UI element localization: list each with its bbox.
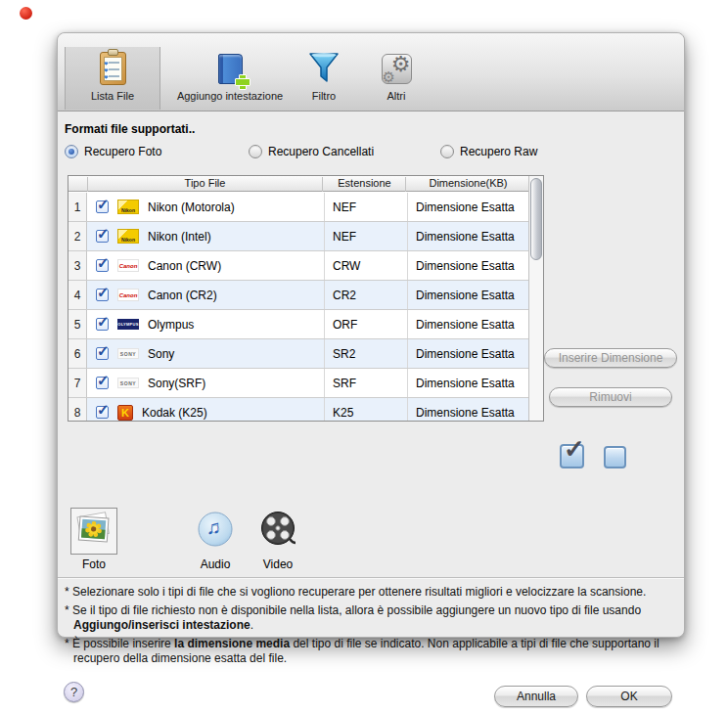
file-types-table: Tipo File Estensione Dimensione(KB) 1 ✓ … xyxy=(68,175,544,422)
tab-audio[interactable]: ♫ Audio xyxy=(192,508,239,571)
checkmark-icon: ✓ xyxy=(97,284,110,301)
media-tabs: Foto xyxy=(58,504,684,572)
file-type-name: Kodak (K25) xyxy=(142,406,207,420)
brand-logo-icon: Nikon xyxy=(117,229,139,244)
header-estensione[interactable]: Estensione xyxy=(324,177,406,192)
row-checkbox[interactable]: ✓ xyxy=(96,377,109,389)
table-row[interactable]: 7 ✓ SONY Sony(SRF) SRF Dimensione Esatta xyxy=(68,369,528,398)
checkmark-icon: ✓ xyxy=(564,434,585,465)
size-cell: Dimensione Esatta xyxy=(407,339,529,368)
inserire-dimensione-button[interactable]: Inserire Dimensione xyxy=(544,348,677,368)
tab-foto[interactable]: Foto xyxy=(70,508,117,571)
table-row[interactable]: 1 ✓ Nikon Nikon (Motorola) NEF Dimension… xyxy=(68,193,528,222)
radio-label: Recupero Raw xyxy=(460,145,537,158)
scrollbar-thumb[interactable] xyxy=(530,178,542,260)
table-row[interactable]: 2 ✓ Nikon Nikon (Intel) NEF Dimensione E… xyxy=(68,222,528,251)
brand-logo-icon: Canon xyxy=(117,259,139,272)
toolbar-item-altri[interactable]: ⚙⚙ Altri xyxy=(371,47,422,110)
toolbar-item-filtro[interactable]: Filtro xyxy=(297,47,350,110)
header-tipo-file[interactable]: Tipo File xyxy=(87,177,323,192)
row-number: 7 xyxy=(68,369,87,397)
toolbar-item-label: Lista File xyxy=(91,90,134,102)
section-title: Formati file supportati.. xyxy=(65,122,195,136)
row-number: 6 xyxy=(68,339,87,368)
extension-cell: ORF xyxy=(324,310,406,338)
tab-label: Audio xyxy=(201,557,231,571)
row-checkbox[interactable]: ✓ xyxy=(96,406,109,419)
deselect-all-checkbox[interactable] xyxy=(604,446,626,468)
select-all-checkbox[interactable]: ✓ xyxy=(560,444,584,468)
brand-logo-icon: SONY xyxy=(117,378,139,388)
brand-logo-icon: OLYMPUS xyxy=(117,319,139,330)
file-type-name: Canon (CRW) xyxy=(148,259,221,273)
footnote-1: * Selezionare solo i tipi di file che si… xyxy=(65,585,683,601)
radio-recupero-foto[interactable]: Recupero Foto xyxy=(65,145,161,158)
toolbar: Lista File Aggiungo intestazione xyxy=(58,33,684,111)
row-checkbox[interactable]: ✓ xyxy=(96,318,109,331)
brand-logo-icon: Canon xyxy=(117,289,139,301)
row-number: 2 xyxy=(68,222,87,250)
toolbar-item-label: Filtro xyxy=(312,90,336,102)
dialog-window: Lista File Aggiungo intestazione xyxy=(57,32,685,638)
book-add-icon xyxy=(218,49,243,88)
row-number: 4 xyxy=(68,281,87,309)
size-cell: Dimensione Esatta xyxy=(407,251,529,280)
film-reel-icon xyxy=(257,509,298,554)
ok-button[interactable]: OK xyxy=(586,686,672,707)
table-row[interactable]: 4 ✓ Canon Canon (CR2) CR2 Dimensione Esa… xyxy=(68,281,528,310)
rimuovi-button[interactable]: Rimuovi xyxy=(549,387,672,407)
brand-logo-icon: SONY xyxy=(117,348,139,359)
row-checkbox[interactable]: ✓ xyxy=(96,289,109,301)
row-checkbox[interactable]: ✓ xyxy=(96,201,109,213)
content-area: Formati file supportati.. Recupero Foto … xyxy=(58,112,684,637)
extension-cell: SRF xyxy=(324,369,406,397)
checkmark-icon: ✓ xyxy=(97,196,110,213)
file-type-name: Nikon (Motorola) xyxy=(148,201,235,214)
gears-icon: ⚙⚙ xyxy=(382,49,412,88)
help-button[interactable]: ? xyxy=(64,682,84,702)
file-type-name: Nikon (Intel) xyxy=(148,230,211,244)
table-scrollbar[interactable] xyxy=(528,176,543,421)
table-row[interactable]: 8 ✓ K Kodak (K25) K25 Dimensione Esatta xyxy=(68,398,528,422)
tab-label: Foto xyxy=(82,557,106,571)
tab-video[interactable]: Video xyxy=(254,508,301,571)
radio-recupero-cancellati[interactable]: Recupero Cancellati xyxy=(249,145,374,158)
radio-dot-icon xyxy=(249,145,262,158)
row-number: 3 xyxy=(68,251,87,280)
toolbar-item-lista-file[interactable]: Lista File xyxy=(65,47,160,110)
brand-logo-icon: K xyxy=(117,405,133,421)
toolbar-item-label: Aggiungo intestazione xyxy=(177,90,283,102)
header-dimensione[interactable]: Dimensione(KB) xyxy=(407,177,529,192)
row-number: 5 xyxy=(68,310,87,338)
size-cell: Dimensione Esatta xyxy=(407,281,529,309)
photo-icon xyxy=(72,508,115,555)
brand-logo-icon: Nikon xyxy=(117,200,139,214)
file-type-name: Sony(SRF) xyxy=(148,377,205,390)
table-header: Tipo File Estensione Dimensione(KB) xyxy=(68,176,543,192)
size-cell: Dimensione Esatta xyxy=(407,193,529,221)
table-row[interactable]: 5 ✓ OLYMPUS Olympus ORF Dimensione Esatt… xyxy=(68,310,528,339)
radio-label: Recupero Cancellati xyxy=(268,145,374,158)
table-row[interactable]: 3 ✓ Canon Canon (CRW) CRW Dimensione Esa… xyxy=(68,251,528,281)
red-dot-icon xyxy=(20,7,32,20)
file-type-name: Olympus xyxy=(148,318,194,332)
annulla-button[interactable]: Annulla xyxy=(494,686,578,707)
clipboard-icon xyxy=(100,49,126,88)
radio-recupero-raw[interactable]: Recupero Raw xyxy=(440,145,537,158)
table-row[interactable]: 6 ✓ SONY Sony SR2 Dimensione Esatta xyxy=(68,339,528,369)
radio-label: Recupero Foto xyxy=(84,145,161,158)
checkmark-icon: ✓ xyxy=(97,401,110,419)
toolbar-item-aggiungo-intestazione[interactable]: Aggiungo intestazione xyxy=(167,47,293,110)
checkmark-icon: ✓ xyxy=(97,225,110,243)
radio-dot-icon xyxy=(440,145,454,158)
tab-label: Video xyxy=(263,557,293,571)
checkmark-icon: ✓ xyxy=(97,254,110,272)
row-checkbox[interactable]: ✓ xyxy=(96,230,109,243)
toolbar-item-label: Altri xyxy=(387,90,406,102)
screen: Lista File Aggiungo intestazione xyxy=(0,0,728,713)
file-type-name: Canon (CR2) xyxy=(148,289,217,302)
extension-cell: K25 xyxy=(324,398,406,422)
row-checkbox[interactable]: ✓ xyxy=(96,259,109,272)
row-number: 8 xyxy=(68,398,87,422)
row-checkbox[interactable]: ✓ xyxy=(96,347,109,360)
